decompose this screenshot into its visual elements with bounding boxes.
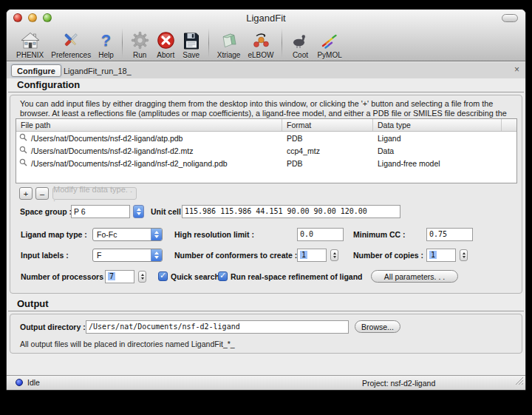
- tab-label: LigandFit_run_18_: [64, 67, 132, 75]
- toolbar-label: Abort: [157, 51, 174, 59]
- column-header-data-type[interactable]: Data type: [373, 119, 502, 131]
- high-resolution-limit-input[interactable]: 0.0: [297, 228, 344, 241]
- toolbar-label: PyMOL: [317, 51, 341, 59]
- title-bar[interactable]: LigandFit: [7, 10, 525, 26]
- copies-stepper[interactable]: [460, 249, 468, 261]
- window-chrome: LigandFit PHENIX: [7, 10, 525, 61]
- output-directory-input[interactable]: /Users/nat/Documents/nsf-d2-ligand: [86, 320, 349, 334]
- toolbar-button-phenix[interactable]: PHENIX: [13, 30, 47, 59]
- unit-cell-label: Unit cell :: [151, 207, 185, 216]
- magnifier-icon: [19, 146, 27, 155]
- unit-cell-input[interactable]: 115.986 115.986 44.151 90.00 90.00 120.0…: [182, 205, 400, 218]
- run-gear-icon: [131, 30, 149, 50]
- space-group-stepper[interactable]: [133, 205, 144, 218]
- toolbar-label: Help: [98, 51, 114, 59]
- toolbar-button-abort[interactable]: Abort: [153, 30, 179, 59]
- copies-label: Number of copies :: [353, 251, 423, 260]
- copies-input[interactable]: 1: [426, 249, 456, 262]
- toolbar-button-elbow[interactable]: eLBOW: [244, 30, 277, 59]
- main-content: Configuration You can add input files by…: [7, 78, 525, 375]
- stepper-down-icon: [141, 277, 144, 280]
- selected-option: F: [93, 249, 151, 261]
- column-header-spacer: [502, 119, 516, 131]
- xtriage-crystal-icon: [219, 30, 239, 50]
- combo-stepper-icon: [151, 229, 162, 240]
- tab-configure[interactable]: Configure: [11, 64, 61, 77]
- processors-stepper[interactable]: [138, 271, 146, 283]
- toolbar-label: Xtriage: [217, 51, 241, 59]
- minimum-cc-label: Minimum CC :: [353, 230, 406, 239]
- resize-grip[interactable]: [514, 375, 524, 388]
- quick-search-label: Quick search: [171, 272, 219, 281]
- output-panel: Output directory : /Users/nat/Documents/…: [10, 314, 522, 354]
- tab-close-icon[interactable]: ×: [514, 64, 519, 75]
- table-row[interactable]: /Users/nat/Documents/nsf-d2-ligand/nsf-d…: [16, 157, 516, 169]
- add-file-button[interactable]: +: [19, 187, 33, 200]
- toolbar-separator: [282, 28, 282, 58]
- conformers-stepper[interactable]: [330, 249, 338, 261]
- input-labels-select[interactable]: F: [92, 249, 163, 262]
- table-row[interactable]: /Users/nat/Documents/nsf-d2-ligand/atp.p…: [16, 132, 516, 144]
- data-type-cell: Ligand: [373, 134, 502, 143]
- checkmark-icon: ✓: [219, 271, 226, 280]
- pymol-rainbow-icon: [320, 30, 339, 50]
- toolbar-button-save[interactable]: Save: [179, 30, 204, 59]
- combo-stepper-icon: [151, 249, 162, 261]
- toolbar-button-xtriage[interactable]: Xtriage: [214, 30, 245, 59]
- conformers-input[interactable]: 1: [297, 249, 327, 262]
- processors-input[interactable]: 7: [105, 270, 134, 283]
- status-indicator-icon: [16, 379, 23, 386]
- format-cell: PDB: [282, 134, 373, 143]
- space-group-label: Space group :: [20, 207, 72, 216]
- magnifier-icon: [19, 158, 27, 168]
- toolbar-label: Run: [133, 51, 146, 59]
- table-header-row: File path Format Data type: [16, 119, 516, 132]
- ligand-map-type-select[interactable]: Fo-Fc: [92, 228, 163, 241]
- toolbar-button-help[interactable]: ? Help: [95, 30, 117, 59]
- processors-label: Number of processors :: [21, 272, 108, 281]
- toolbar-button-coot[interactable]: Coot: [287, 30, 313, 59]
- all-parameters-button[interactable]: All parameters. . .: [371, 270, 458, 283]
- stepper-up-icon: [137, 208, 141, 211]
- space-group-input[interactable]: P 6: [71, 205, 130, 218]
- toolbar: PHENIX Preferences: [7, 26, 525, 61]
- toolbar-label: Coot: [293, 51, 308, 59]
- stepper-up-icon: [333, 252, 336, 254]
- toolbar-label: Save: [183, 51, 200, 59]
- output-directory-label: Output directory :: [20, 323, 86, 331]
- browse-button[interactable]: Browse...: [355, 320, 400, 333]
- stepper-up-icon: [463, 252, 466, 254]
- toolbar-label: PHENIX: [16, 51, 44, 59]
- toolbar-separator: [122, 28, 123, 58]
- ligand-map-type-label: Ligand map type :: [21, 230, 87, 239]
- file-path-cell: /Users/nat/Documents/nsf-d2-ligand/nsf-d…: [31, 146, 193, 155]
- remove-file-button[interactable]: –: [35, 187, 49, 200]
- toolbar-label: Preferences: [51, 51, 91, 59]
- save-floppy-icon: [183, 30, 200, 50]
- toolbar-separator: [208, 28, 209, 58]
- table-row[interactable]: /Users/nat/Documents/nsf-d2-ligand/nsf-d…: [16, 144, 516, 157]
- file-path-cell: /Users/nat/Documents/nsf-d2-ligand/nsf-d…: [31, 159, 228, 168]
- output-note: All output files will be placed in direc…: [20, 340, 235, 348]
- toolbar-toggle-button[interactable]: [502, 14, 518, 22]
- toolbar-button-pymol[interactable]: PyMOL: [313, 30, 345, 59]
- toolbar-button-preferences[interactable]: Preferences: [47, 30, 95, 59]
- toolbar-button-run[interactable]: Run: [127, 30, 153, 59]
- checkmark-icon: ✓: [160, 271, 166, 280]
- data-type-cell: Data: [373, 146, 502, 155]
- input-files-table[interactable]: File path Format Data type /Users/nat/Do…: [16, 118, 517, 183]
- modify-file-data-type-button: Modify file data type. . .: [52, 187, 137, 200]
- conformers-label: Number of conformers to create :: [174, 251, 297, 260]
- column-header-format[interactable]: Format: [282, 119, 373, 131]
- preferences-tools-icon: [61, 30, 81, 50]
- stepper-down-icon: [333, 256, 336, 258]
- phenix-house-icon: [21, 30, 40, 50]
- real-space-refinement-checkbox[interactable]: ✓: [218, 271, 228, 281]
- high-resolution-limit-label: High resolution limit :: [174, 230, 254, 239]
- abort-icon: [157, 30, 175, 50]
- column-header-file-path[interactable]: File path: [16, 119, 282, 131]
- quick-search-checkbox[interactable]: ✓: [158, 271, 168, 281]
- minimum-cc-input[interactable]: 0.75: [426, 228, 473, 241]
- tab-ligandfit-run-18[interactable]: LigandFit_run_18_: [58, 64, 137, 77]
- real-space-refinement-label: Run real-space refinement of ligand: [231, 272, 363, 281]
